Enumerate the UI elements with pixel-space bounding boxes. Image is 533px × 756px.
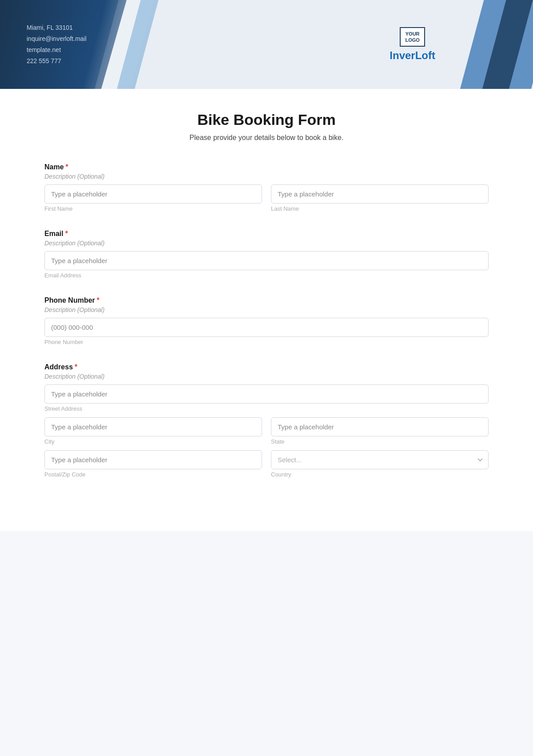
first-name-sublabel: First Name <box>44 205 262 212</box>
zip-col: Postal/Zip Code <box>44 450 262 478</box>
last-name-sublabel: Last Name <box>271 205 489 212</box>
contact-phone: 222 555 777 <box>27 56 87 67</box>
phone-col: Phone Number <box>44 318 489 345</box>
zip-sublabel: Postal/Zip Code <box>44 471 262 478</box>
email-input[interactable] <box>44 251 489 270</box>
contact-email: inquire@inverloft.mail <box>27 33 87 44</box>
contact-info: Miami, FL 33101 inquire@inverloft.mail t… <box>27 22 87 67</box>
phone-label: Phone Number* <box>44 296 489 304</box>
phone-input[interactable] <box>44 318 489 337</box>
zip-input[interactable] <box>44 450 262 469</box>
last-name-input[interactable] <box>271 184 489 204</box>
email-sublabel: Email Address <box>44 272 489 279</box>
state-input[interactable] <box>271 417 489 436</box>
country-sublabel: Country <box>271 471 489 478</box>
street-sublabel: Street Address <box>44 405 489 412</box>
phone-sublabel: Phone Number <box>44 339 489 345</box>
street-row: Street Address <box>44 384 489 412</box>
first-name-col: First Name <box>44 184 262 212</box>
country-select[interactable]: Select... United States Canada United Ki… <box>271 450 489 469</box>
logo-line2: LOGO <box>405 37 419 43</box>
address-section: Address* Description (Optional) Street A… <box>44 363 489 478</box>
email-label: Email* <box>44 230 489 238</box>
name-row: First Name Last Name <box>44 184 489 212</box>
street-col: Street Address <box>44 384 489 412</box>
form-title: Bike Booking Form <box>44 111 489 128</box>
name-section: Name* Description (Optional) First Name … <box>44 163 489 212</box>
email-description: Description (Optional) <box>44 240 489 247</box>
name-description: Description (Optional) <box>44 173 489 180</box>
address-label: Address* <box>44 363 489 371</box>
logo-line1: YOUR <box>405 31 419 37</box>
form-container: Bike Booking Form Please provide your de… <box>0 89 533 531</box>
country-col: Select... United States Canada United Ki… <box>271 450 489 478</box>
state-col: State <box>271 417 489 445</box>
contact-website: template.net <box>27 44 87 56</box>
email-section: Email* Description (Optional) Email Addr… <box>44 230 489 279</box>
city-input[interactable] <box>44 417 262 436</box>
brand-area: YOUR LOGO InverLoft <box>390 27 435 62</box>
contact-city: Miami, FL 33101 <box>27 22 87 33</box>
zip-country-row: Postal/Zip Code Select... United States … <box>44 450 489 478</box>
phone-row: Phone Number <box>44 318 489 345</box>
city-col: City <box>44 417 262 445</box>
email-row: Email Address <box>44 251 489 279</box>
logo-box: YOUR LOGO <box>400 27 425 47</box>
brand-name: InverLoft <box>390 49 435 62</box>
email-col: Email Address <box>44 251 489 279</box>
name-label: Name* <box>44 163 489 171</box>
city-sublabel: City <box>44 438 262 445</box>
city-state-row: City State <box>44 417 489 445</box>
phone-section: Phone Number* Description (Optional) Pho… <box>44 296 489 345</box>
form-subtitle: Please provide your details below to boo… <box>44 134 489 142</box>
first-name-input[interactable] <box>44 184 262 204</box>
state-sublabel: State <box>271 438 489 445</box>
last-name-col: Last Name <box>271 184 489 212</box>
street-input[interactable] <box>44 384 489 404</box>
page-header: Miami, FL 33101 inquire@inverloft.mail t… <box>0 0 533 89</box>
address-description: Description (Optional) <box>44 373 489 380</box>
phone-description: Description (Optional) <box>44 306 489 313</box>
